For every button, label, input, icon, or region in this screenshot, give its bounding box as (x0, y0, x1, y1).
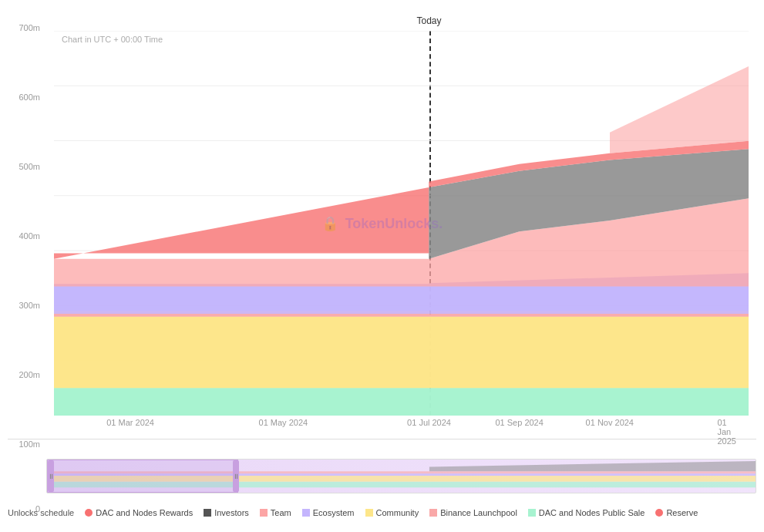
dac-public-sale-icon (528, 509, 536, 517)
ecosystem-label: Ecosystem (313, 508, 355, 517)
team-label: Team (271, 508, 291, 517)
x-axis: 01 Mar 2024 01 May 2024 01 Jul 2024 01 S… (54, 418, 749, 437)
minimap[interactable]: ⏸ ⏸ (46, 459, 756, 493)
legend-community: Community (365, 508, 419, 517)
ecosystem-icon (302, 509, 310, 517)
legend-team: Team (260, 508, 291, 517)
dac-public-sale-area (54, 388, 749, 416)
legend-binance: Binance Launchpool (429, 508, 517, 517)
minimap-selection[interactable]: ⏸ ⏸ (47, 460, 238, 493)
binance-icon (429, 509, 437, 517)
x-label-nov: 01 Nov 2024 (586, 418, 634, 427)
legend-ecosystem: Ecosystem (302, 508, 355, 517)
x-label-jan: 01 Jan 2025 (717, 418, 738, 446)
minimap-handle-left[interactable]: ⏸ (48, 460, 54, 492)
x-label-may: 01 May 2024 (259, 418, 308, 427)
x-label-sep: 01 Sep 2024 (495, 418, 543, 427)
team-icon (260, 509, 268, 517)
x-label-jul: 01 Jul 2024 (407, 418, 451, 427)
community-label: Community (376, 508, 419, 517)
chart-container: 700m 600m 500m 400m 300m 200m 100m 0 Cha… (0, 0, 764, 532)
legend-unlocks-schedule: Unlocks schedule (8, 508, 74, 517)
legend-reserve: Reserve (655, 508, 698, 517)
minimap-handle-right[interactable]: ⏸ (233, 460, 239, 492)
unlocks-schedule-label: Unlocks schedule (8, 508, 74, 517)
binance-launchpool-area (54, 314, 749, 317)
ecosystem-area (54, 286, 749, 314)
legend-dac-rewards: DAC and Nodes Rewards (85, 508, 193, 517)
chart-svg (54, 31, 749, 416)
legend: Unlocks schedule DAC and Nodes Rewards I… (0, 493, 764, 532)
dac-rewards-icon (85, 509, 93, 517)
today-label: Today (417, 15, 442, 26)
y-label-100m: 100m (19, 439, 40, 449)
dac-public-sale-label: DAC and Nodes Public Sale (539, 508, 645, 517)
reserve-icon (655, 509, 663, 517)
chart-area: Chart in UTC + 00:00 Time Today (8, 8, 756, 439)
reserve-label: Reserve (666, 508, 698, 517)
investors-icon (204, 509, 211, 517)
legend-dac-public-sale: DAC and Nodes Public Sale (528, 508, 645, 517)
team-top-step (610, 66, 749, 153)
community-area (54, 317, 749, 389)
dac-rewards-label: DAC and Nodes Rewards (96, 508, 193, 517)
x-label-mar: 01 Mar 2024 (106, 418, 154, 427)
community-icon (365, 509, 373, 517)
investors-label: Investors (214, 508, 249, 517)
legend-investors: Investors (204, 508, 249, 517)
binance-label: Binance Launchpool (440, 508, 517, 517)
